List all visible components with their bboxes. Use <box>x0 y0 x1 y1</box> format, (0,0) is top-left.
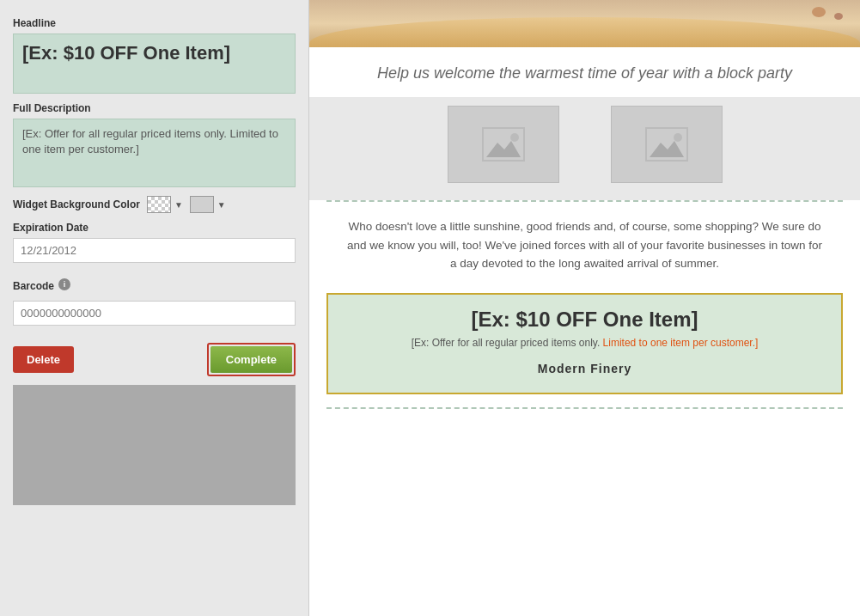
image-icon-2 <box>645 127 688 162</box>
coupon-desc: [Ex: Offer for all regular priced items … <box>345 337 824 349</box>
header-image <box>309 0 860 47</box>
images-row <box>309 97 860 200</box>
body-text: Who doesn't love a little sunshine, good… <box>309 202 860 289</box>
divider-bottom <box>326 407 843 409</box>
shell-2 <box>834 13 843 20</box>
barcode-label: Barcode <box>13 280 54 292</box>
widget-bg-label: Widget Background Color <box>13 198 140 210</box>
color-swatch-1-arrow[interactable]: ▼ <box>174 200 183 210</box>
color-swatch-2-arrow[interactable]: ▼ <box>217 200 226 210</box>
image-icon-1 <box>482 127 525 162</box>
svg-point-3 <box>510 133 519 142</box>
barcode-info-icon: i <box>58 278 70 290</box>
expiration-label: Expiration Date <box>13 222 296 234</box>
complete-button-wrapper: Complete <box>207 343 296 376</box>
desc-box: [Ex: Offer for all regular priced items … <box>13 119 296 187</box>
headline-label: Headline <box>13 17 296 29</box>
color-swatch-1-wrapper[interactable]: ▼ <box>147 196 183 213</box>
color-swatch-gray[interactable] <box>190 196 214 213</box>
shell-1 <box>812 7 826 17</box>
image-placeholder-2 <box>611 106 723 183</box>
complete-button[interactable]: Complete <box>210 346 292 373</box>
coupon-headline: [Ex: $10 OFF One Item] <box>345 308 824 332</box>
headline-box: [Ex: $10 OFF One Item] <box>13 34 296 94</box>
expiration-input[interactable] <box>13 238 296 263</box>
coupon-desc-colored: Limited to one item per customer.] <box>600 337 758 349</box>
barcode-row: Barcode i <box>13 271 296 296</box>
preview-tagline: Help us welcome the warmest time of year… <box>309 47 860 97</box>
sand-visual <box>309 17 860 47</box>
gray-box <box>13 385 296 505</box>
delete-button[interactable]: Delete <box>13 346 74 373</box>
coupon-store: Modern Finery <box>345 362 824 375</box>
headline-value: [Ex: $10 OFF One Item] <box>22 42 230 64</box>
coupon-box: [Ex: $10 OFF One Item] [Ex: Offer for al… <box>326 293 843 394</box>
color-swatch-2-wrapper[interactable]: ▼ <box>190 196 226 213</box>
svg-point-7 <box>674 133 682 142</box>
color-swatch-checker[interactable] <box>147 196 171 213</box>
right-panel: Help us welcome the warmest time of year… <box>309 0 860 616</box>
left-panel: Headline [Ex: $10 OFF One Item] Full Des… <box>0 0 309 616</box>
buttons-row: Delete Complete <box>13 343 296 376</box>
barcode-input[interactable] <box>13 301 296 326</box>
desc-label: Full Description <box>13 102 296 114</box>
desc-value: [Ex: Offer for all regular priced items … <box>22 127 278 156</box>
coupon-desc-plain: [Ex: Offer for all regular priced items … <box>412 337 601 349</box>
widget-bg-row: Widget Background Color ▼ ▼ <box>13 196 296 213</box>
image-placeholder-1 <box>448 106 559 183</box>
